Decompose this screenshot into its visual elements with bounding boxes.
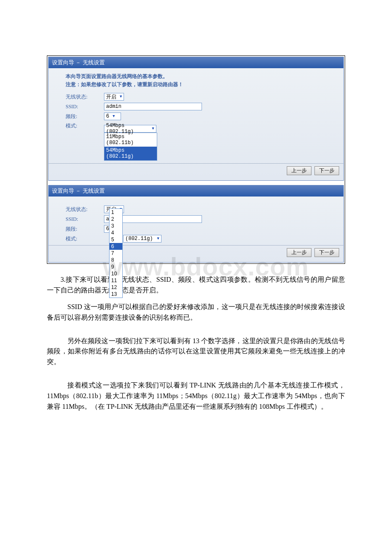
mode-selected-value: 54Mbps (802.11g) (106, 123, 149, 135)
channel-option[interactable]: 9 (110, 263, 122, 270)
mode-select[interactable]: (802.11g) ▼ (123, 235, 161, 243)
prev-button[interactable]: 上一步 (287, 248, 311, 257)
wizard-panel-1: 设置向导 － 无线设置 本向导页面设置路由器无线网络的基本参数。 注意：如果您修… (48, 57, 344, 181)
panel-title: 设置向导 － 无线设置 (49, 57, 343, 68)
channel-dropdown-list[interactable]: 12345678910111213 (109, 208, 123, 298)
wireless-status-select[interactable]: 开启 ▼ (104, 93, 124, 101)
paragraph-ssid: SSID 这一项用户可以根据自己的爱好来修改添加，这一项只是在无线连接的时候搜索… (47, 302, 345, 323)
panel1-footer: 上一步 下一步 (49, 163, 343, 178)
mode-option-11g[interactable]: 54Mbps (802.11g) (104, 147, 157, 160)
prev-button[interactable]: 上一步 (287, 166, 311, 175)
channel-option[interactable]: 8 (110, 257, 122, 263)
mode-option-11b[interactable]: 11Mbps (802.11b) (104, 133, 157, 147)
panel2-footer: 上一步 下一步 (49, 245, 343, 260)
channel-option[interactable]: 6 (110, 243, 122, 250)
chevron-down-icon: ▼ (152, 127, 154, 131)
next-button[interactable]: 下一步 (314, 248, 339, 257)
label-ssid: SSID: (66, 216, 104, 223)
ssid-input[interactable]: admin (104, 103, 202, 110)
chevron-down-icon: ▼ (120, 95, 122, 99)
intro-line1: 本向导页面设置路由器无线网络的基本参数。 (66, 73, 168, 79)
channel-option[interactable]: 13 (110, 291, 122, 298)
channel-option[interactable]: 2 (110, 216, 122, 223)
channel-option[interactable]: 4 (110, 229, 122, 236)
label-wireless-status: 无线状态: (66, 206, 104, 213)
next-button[interactable]: 下一步 (314, 166, 339, 175)
paragraph-3: 3.接下来可以看到有无线状态、SSID、频段、模式这四项参数。检测不到无线信号的… (47, 275, 345, 296)
mode-dropdown-list[interactable]: 11Mbps (802.11b) 54Mbps (802.11g) (104, 133, 157, 161)
channel-option[interactable]: 7 (110, 250, 122, 257)
mode-selected-value: (802.11g) (125, 236, 153, 242)
label-mode: 模式: (66, 235, 104, 243)
screenshot-embed: 设置向导 － 无线设置 本向导页面设置路由器无线网络的基本参数。 注意：如果您修… (47, 55, 345, 264)
label-channel: 频段: (66, 113, 104, 120)
label-ssid: SSID: (66, 104, 104, 110)
panel-title: 设置向导 － 无线设置 (49, 185, 343, 197)
chevron-down-icon: ▼ (112, 114, 115, 119)
channel-option[interactable]: 11 (110, 277, 122, 284)
wireless-status-value: 开启 (106, 93, 116, 101)
channel-option[interactable]: 5 (110, 236, 122, 243)
chevron-down-icon: ▼ (157, 237, 159, 241)
label-mode: 模式: (66, 122, 104, 130)
paragraph-channel: 另外在频段这一项我们拉下来可以看到有 13 个数字选择，这里的设置只是你路由的无… (47, 336, 345, 367)
channel-option[interactable]: 3 (110, 223, 122, 229)
label-wireless-status: 无线状态: (66, 93, 104, 101)
mode-select-group: 54Mbps (802.11g) ▼ 11Mbps (802.11b) 54Mb… (104, 122, 157, 161)
channel-value: 6 (106, 113, 109, 119)
channel-option[interactable]: 10 (110, 270, 122, 277)
mode-select[interactable]: 54Mbps (802.11g) ▼ (104, 125, 156, 133)
paragraph-mode: 接着模式这一选项拉下来我们可以看到 TP-LINK 无线路由的几个基本无线连接工… (47, 380, 345, 412)
channel-select[interactable]: 6 ▼ (104, 113, 121, 120)
channel-option[interactable]: 12 (110, 284, 122, 291)
channel-option[interactable]: 1 (110, 209, 122, 216)
wizard-panel-2: 设置向导 － 无线设置 无线状态: 开启 ▼ SSID: admin 频段: (48, 185, 344, 263)
intro-line2: 注意：如果您修改了以下参数，请重新启动路由器！ (66, 81, 183, 87)
intro-text: 本向导页面设置路由器无线网络的基本参数。 注意：如果您修改了以下参数，请重新启动… (66, 72, 326, 89)
label-channel: 频段: (66, 225, 104, 233)
